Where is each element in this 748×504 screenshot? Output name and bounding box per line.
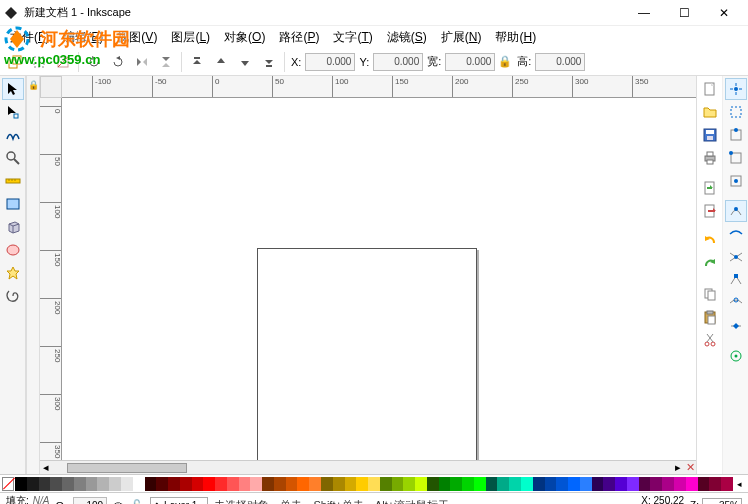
swatch[interactable] (721, 477, 733, 491)
swatch[interactable] (533, 477, 545, 491)
rotate-cw-icon[interactable] (107, 51, 129, 73)
swatch[interactable] (274, 477, 286, 491)
swatch[interactable] (86, 477, 98, 491)
swatch[interactable] (297, 477, 309, 491)
3dbox-tool[interactable] (2, 216, 24, 238)
swatch[interactable] (356, 477, 368, 491)
swatch[interactable] (686, 477, 698, 491)
selector-tool[interactable] (2, 78, 24, 100)
new-doc-icon[interactable] (699, 78, 721, 100)
raise-icon[interactable] (210, 51, 232, 73)
canvas[interactable] (62, 98, 696, 460)
lock-aspect-icon[interactable]: 🔒 (497, 51, 513, 73)
undo-icon[interactable] (699, 230, 721, 252)
zoom-input[interactable] (702, 498, 742, 505)
layer-selector[interactable]: ◆ Layer 1 ▾ (150, 497, 208, 505)
swatch[interactable] (450, 477, 462, 491)
snap-smooth-icon[interactable] (725, 292, 747, 314)
snap-midpoint-icon[interactable] (725, 315, 747, 337)
snap-cusp-icon[interactable] (725, 269, 747, 291)
swatch[interactable] (74, 477, 86, 491)
ellipse-tool[interactable] (2, 239, 24, 261)
tweak-tool[interactable] (2, 124, 24, 146)
swatch[interactable] (615, 477, 627, 491)
copy-icon[interactable] (699, 283, 721, 305)
swatch[interactable] (709, 477, 721, 491)
swatch[interactable] (239, 477, 251, 491)
menu-p[interactable]: 路径(P) (273, 27, 325, 48)
swatch[interactable] (509, 477, 521, 491)
swatch[interactable] (345, 477, 357, 491)
swatch[interactable] (109, 477, 121, 491)
import-icon[interactable] (699, 177, 721, 199)
swatch[interactable] (156, 477, 168, 491)
redo-icon[interactable] (699, 253, 721, 275)
swatch[interactable] (227, 477, 239, 491)
swatch[interactable] (286, 477, 298, 491)
swatch[interactable] (403, 477, 415, 491)
swatch[interactable] (262, 477, 274, 491)
snap-bbox-midpoint-icon[interactable] (725, 170, 747, 192)
swatch[interactable] (321, 477, 333, 491)
swatch[interactable] (392, 477, 404, 491)
layer-lock-icon[interactable]: 🔓 (130, 499, 144, 504)
opacity-input[interactable] (73, 497, 107, 505)
swatch[interactable] (427, 477, 439, 491)
menu-n[interactable]: 扩展(N) (435, 27, 488, 48)
rectangle-tool[interactable] (2, 193, 24, 215)
rotate-ccw-icon[interactable] (83, 51, 105, 73)
h-input[interactable] (535, 53, 585, 71)
print-icon[interactable] (699, 147, 721, 169)
y-input[interactable] (373, 53, 423, 71)
swatch[interactable] (415, 477, 427, 491)
swatch[interactable] (62, 477, 74, 491)
export-icon[interactable] (699, 200, 721, 222)
snap-intersect-icon[interactable] (725, 246, 747, 268)
palette-menu-icon[interactable]: ◂ (733, 479, 746, 489)
node-tool[interactable] (2, 101, 24, 123)
palette-none[interactable] (2, 477, 14, 491)
raise-top-icon[interactable] (186, 51, 208, 73)
menu-s[interactable]: 滤镜(S) (381, 27, 433, 48)
swatch[interactable] (203, 477, 215, 491)
menu-f[interactable]: 文件(F) (4, 27, 55, 48)
swatch[interactable] (556, 477, 568, 491)
maximize-button[interactable]: ☐ (664, 0, 704, 26)
scrollbar-thumb[interactable] (67, 463, 187, 473)
scrollbar-horizontal[interactable]: ◂ ▸✕ (40, 460, 696, 474)
save-icon[interactable] (699, 124, 721, 146)
swatch[interactable] (545, 477, 557, 491)
deselect-icon[interactable] (52, 51, 74, 73)
paste-icon[interactable] (699, 306, 721, 328)
swatch[interactable] (627, 477, 639, 491)
swatch[interactable] (368, 477, 380, 491)
menu-t[interactable]: 文字(T) (327, 27, 378, 48)
select-all-layers-icon[interactable] (4, 51, 26, 73)
swatch[interactable] (650, 477, 662, 491)
swatch[interactable] (39, 477, 51, 491)
swatch[interactable] (27, 477, 39, 491)
cut-icon[interactable] (699, 329, 721, 351)
swatch[interactable] (639, 477, 651, 491)
spiral-tool[interactable] (2, 285, 24, 307)
swatch[interactable] (662, 477, 674, 491)
open-icon[interactable] (699, 101, 721, 123)
swatch[interactable] (15, 477, 27, 491)
flip-v-icon[interactable] (155, 51, 177, 73)
swatch[interactable] (121, 477, 133, 491)
x-input[interactable] (305, 53, 355, 71)
snap-enable-icon[interactable] (725, 78, 747, 100)
swatch[interactable] (462, 477, 474, 491)
lower-bottom-icon[interactable] (258, 51, 280, 73)
swatch[interactable] (568, 477, 580, 491)
swatch[interactable] (380, 477, 392, 491)
snap-other-icon[interactable] (725, 345, 747, 367)
zoom-tool[interactable] (2, 147, 24, 169)
menu-l[interactable]: 图层(L) (165, 27, 216, 48)
swatch[interactable] (580, 477, 592, 491)
swatch[interactable] (145, 477, 157, 491)
swatch[interactable] (474, 477, 486, 491)
snap-node-icon[interactable] (725, 200, 747, 222)
swatch[interactable] (215, 477, 227, 491)
lower-icon[interactable] (234, 51, 256, 73)
